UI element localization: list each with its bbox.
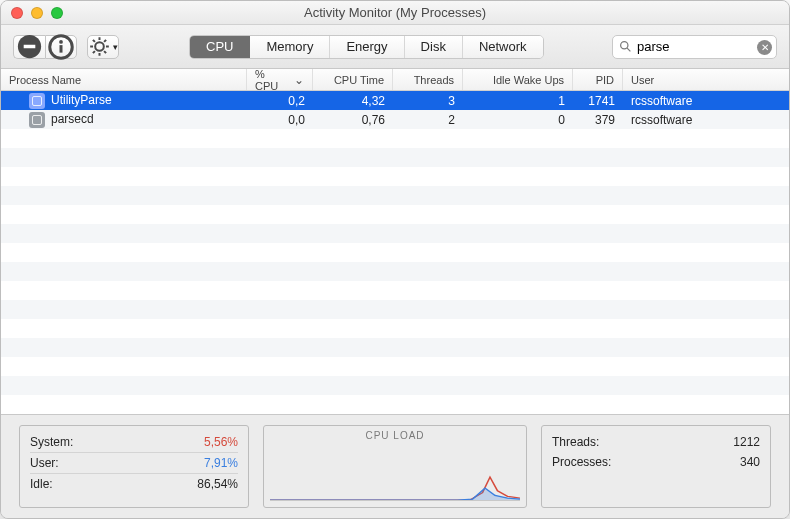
- close-window-button[interactable]: [11, 7, 23, 19]
- options-menu-button[interactable]: ▾: [87, 35, 119, 59]
- system-label: System:: [30, 435, 73, 449]
- header-user[interactable]: User: [623, 69, 789, 90]
- search-icon: [619, 40, 632, 56]
- stop-process-button[interactable]: [13, 35, 45, 59]
- table-row-empty: [1, 148, 789, 167]
- table-row-empty: [1, 395, 789, 414]
- tab-cpu[interactable]: CPU: [190, 36, 250, 58]
- table-row-empty: [1, 262, 789, 281]
- cpu-load-graph: [270, 445, 520, 501]
- header-pid[interactable]: PID: [573, 69, 623, 90]
- cpu-usage-panel: System:5,56% User:7,91% Idle:86,54%: [19, 425, 249, 508]
- svg-point-14: [621, 41, 628, 48]
- svg-rect-1: [24, 45, 36, 48]
- table-row-empty: [1, 300, 789, 319]
- cell-threads: 2: [393, 113, 463, 127]
- window-controls: [1, 7, 63, 19]
- toolbar-left-group: [13, 35, 77, 59]
- processes-value: 340: [740, 455, 760, 469]
- column-headers: Process Name % CPU CPU Time Threads Idle…: [1, 69, 789, 91]
- svg-line-10: [93, 40, 95, 42]
- search-field[interactable]: ✕: [612, 35, 777, 59]
- gear-icon: [88, 35, 111, 58]
- cell-wake: 1: [463, 94, 573, 108]
- cell-cpu: 0,2: [247, 94, 313, 108]
- cell-user: rcssoftware: [623, 113, 789, 127]
- tab-disk[interactable]: Disk: [405, 36, 463, 58]
- cell-process-name: UtilityParse: [1, 93, 247, 109]
- svg-point-3: [59, 40, 63, 44]
- idle-label: Idle:: [30, 477, 53, 491]
- table-row-empty: [1, 129, 789, 148]
- cpu-load-graph-panel: CPU LOAD: [263, 425, 527, 508]
- cell-cpu-time: 4,32: [313, 94, 393, 108]
- processes-label: Processes:: [552, 455, 611, 469]
- header-cpu[interactable]: % CPU: [247, 69, 313, 90]
- tab-network[interactable]: Network: [463, 36, 543, 58]
- titlebar: Activity Monitor (My Processes): [1, 1, 789, 25]
- table-row-empty: [1, 376, 789, 395]
- search-input[interactable]: [637, 39, 754, 54]
- activity-monitor-window: Activity Monitor (My Processes) ▾ CPU Me…: [0, 0, 790, 519]
- table-row-empty: [1, 224, 789, 243]
- minimize-window-button[interactable]: [31, 7, 43, 19]
- cell-user: rcssoftware: [623, 94, 789, 108]
- idle-value: 86,54%: [197, 477, 238, 491]
- svg-point-5: [95, 42, 104, 51]
- threads-label: Threads:: [552, 435, 599, 449]
- clear-search-button[interactable]: ✕: [757, 40, 772, 55]
- header-process-name[interactable]: Process Name: [1, 69, 247, 90]
- user-value: 7,91%: [204, 456, 238, 470]
- inspect-process-button[interactable]: [45, 35, 77, 59]
- footer: System:5,56% User:7,91% Idle:86,54% CPU …: [1, 414, 789, 518]
- zoom-window-button[interactable]: [51, 7, 63, 19]
- cell-cpu: 0,0: [247, 113, 313, 127]
- view-tabs: CPU Memory Energy Disk Network: [189, 35, 544, 59]
- counts-panel: Threads:1212 Processes:340: [541, 425, 771, 508]
- threads-value: 1212: [733, 435, 760, 449]
- svg-line-13: [93, 51, 95, 53]
- process-icon: [29, 93, 45, 109]
- table-row-empty: [1, 319, 789, 338]
- cell-pid: 1741: [573, 94, 623, 108]
- system-value: 5,56%: [204, 435, 238, 449]
- tab-energy[interactable]: Energy: [330, 36, 404, 58]
- cell-cpu-time: 0,76: [313, 113, 393, 127]
- header-cpu-time[interactable]: CPU Time: [313, 69, 393, 90]
- table-row[interactable]: parsecd0,00,7620379rcssoftware: [1, 110, 789, 129]
- svg-line-15: [627, 48, 630, 51]
- cell-threads: 3: [393, 94, 463, 108]
- header-threads[interactable]: Threads: [393, 69, 463, 90]
- header-idle-wake-ups[interactable]: Idle Wake Ups: [463, 69, 573, 90]
- table-row-empty: [1, 186, 789, 205]
- user-label: User:: [30, 456, 59, 470]
- chevron-down-icon: ▾: [113, 42, 118, 52]
- cell-process-name: parsecd: [1, 112, 247, 128]
- table-row-empty: [1, 205, 789, 224]
- process-icon: [29, 112, 45, 128]
- svg-rect-4: [60, 45, 63, 53]
- table-row-empty: [1, 281, 789, 300]
- cpu-load-label: CPU LOAD: [264, 426, 526, 441]
- table-row-empty: [1, 357, 789, 376]
- table-row[interactable]: UtilityParse0,24,32311741rcssoftware: [1, 91, 789, 110]
- window-title: Activity Monitor (My Processes): [1, 5, 789, 20]
- toolbar: ▾ CPU Memory Energy Disk Network ✕: [1, 25, 789, 69]
- svg-line-12: [104, 40, 106, 42]
- cell-pid: 379: [573, 113, 623, 127]
- tab-memory[interactable]: Memory: [250, 36, 330, 58]
- table-row-empty: [1, 243, 789, 262]
- table-row-empty: [1, 167, 789, 186]
- table-row-empty: [1, 338, 789, 357]
- cell-wake: 0: [463, 113, 573, 127]
- process-table-body[interactable]: UtilityParse0,24,32311741rcssoftwarepars…: [1, 91, 789, 414]
- svg-line-11: [104, 51, 106, 53]
